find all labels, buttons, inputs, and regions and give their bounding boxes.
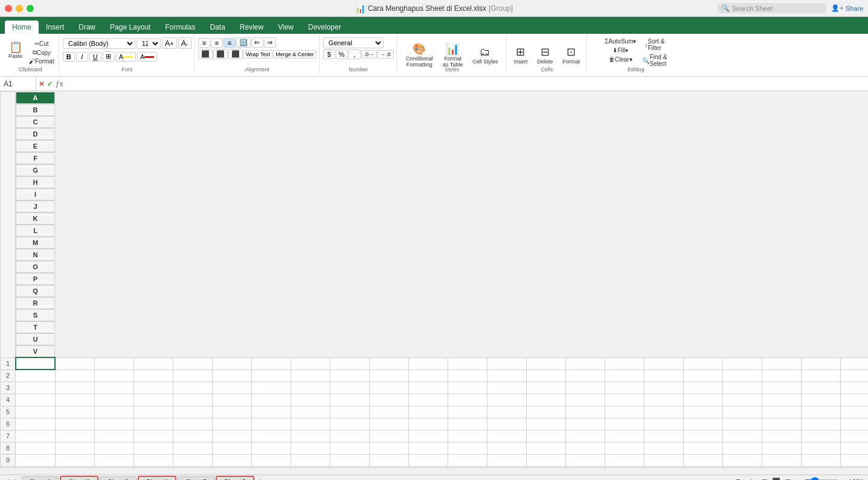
cell[interactable]: [487, 454, 526, 466]
paste-button[interactable]: 📋 Paste: [5, 37, 26, 63]
page-break-view-button[interactable]: ⊟: [783, 477, 792, 480]
search-bar[interactable]: 🔍 Search Sheet: [718, 3, 826, 13]
cell[interactable]: [644, 430, 683, 442]
font-size-selector[interactable]: 12: [137, 38, 161, 49]
cell[interactable]: [565, 394, 605, 406]
normal-view-button[interactable]: ⊞: [760, 477, 769, 480]
cell[interactable]: [683, 394, 722, 406]
cell[interactable]: [722, 406, 762, 418]
cell[interactable]: [605, 442, 644, 454]
cell[interactable]: [291, 370, 330, 382]
cell[interactable]: [722, 430, 762, 442]
cell[interactable]: [722, 454, 762, 466]
cell[interactable]: [291, 382, 330, 394]
sheet-tab-4[interactable]: Sheet4: [138, 476, 176, 481]
cell[interactable]: [55, 370, 94, 382]
cell[interactable]: [526, 370, 565, 382]
cell[interactable]: [683, 418, 722, 430]
page-layout-view-button[interactable]: ⬛: [770, 477, 782, 480]
cell[interactable]: [683, 466, 722, 467]
cell[interactable]: [762, 466, 801, 467]
cell[interactable]: [251, 357, 291, 370]
row-number-2[interactable]: 2: [1, 370, 16, 382]
cell[interactable]: [94, 406, 133, 418]
cell[interactable]: [722, 394, 762, 406]
number-format-selector[interactable]: General: [323, 37, 384, 48]
cell[interactable]: [173, 442, 212, 454]
cell[interactable]: [369, 430, 408, 442]
align-top-right-button[interactable]: ≡: [223, 38, 236, 48]
cell[interactable]: [526, 430, 565, 442]
maximize-button[interactable]: [27, 5, 34, 12]
cell[interactable]: [369, 406, 408, 418]
cell[interactable]: [16, 418, 56, 430]
cell[interactable]: [94, 382, 133, 394]
percent-button[interactable]: %: [336, 50, 348, 59]
tab-page-layout[interactable]: Page Layout: [103, 21, 158, 34]
share-button[interactable]: 👤+ Share: [831, 4, 863, 12]
cell[interactable]: [487, 430, 526, 442]
cell[interactable]: [762, 382, 801, 394]
tab-view[interactable]: View: [271, 21, 301, 34]
cell[interactable]: [369, 370, 408, 382]
cell[interactable]: [55, 357, 94, 370]
cell[interactable]: [173, 454, 212, 466]
cell[interactable]: [94, 357, 133, 370]
cell[interactable]: [55, 466, 94, 467]
cell[interactable]: [94, 442, 133, 454]
cell[interactable]: [133, 357, 173, 370]
cell[interactable]: [133, 406, 173, 418]
align-right-button[interactable]: ⬛: [228, 49, 243, 59]
cell[interactable]: [801, 382, 840, 394]
cell[interactable]: [801, 442, 840, 454]
cell[interactable]: [565, 442, 605, 454]
cell[interactable]: [408, 370, 448, 382]
cell[interactable]: [133, 382, 173, 394]
cell[interactable]: [448, 454, 487, 466]
merge-center-button[interactable]: Merge & Center: [273, 50, 317, 59]
cell[interactable]: [173, 430, 212, 442]
cell[interactable]: [487, 406, 526, 418]
cell[interactable]: [762, 406, 801, 418]
cell[interactable]: [330, 370, 369, 382]
row-number-7[interactable]: 7: [1, 430, 16, 442]
cell[interactable]: [605, 406, 644, 418]
cell[interactable]: [94, 466, 133, 467]
cell[interactable]: [133, 466, 173, 467]
cell[interactable]: [448, 370, 487, 382]
cell[interactable]: [16, 370, 56, 382]
col-header-Q[interactable]: Q: [16, 285, 55, 297]
bold-button[interactable]: B: [63, 52, 75, 62]
cell[interactable]: [212, 430, 251, 442]
cell[interactable]: [840, 418, 868, 430]
cell[interactable]: [644, 466, 683, 467]
cell[interactable]: [683, 430, 722, 442]
cell[interactable]: [565, 454, 605, 466]
indent-decrease-button[interactable]: ⇐: [251, 37, 263, 48]
col-header-K[interactable]: K: [16, 213, 55, 225]
copy-button[interactable]: ⧉ Copy: [27, 48, 56, 57]
zoom-out-button[interactable]: –: [797, 478, 801, 481]
col-header-I[interactable]: I: [16, 188, 55, 200]
cell[interactable]: [212, 406, 251, 418]
col-header-D[interactable]: D: [16, 128, 55, 140]
cell[interactable]: [801, 394, 840, 406]
cell[interactable]: [840, 382, 868, 394]
cell-reference-box[interactable]: A1: [0, 77, 36, 91]
cell[interactable]: [173, 394, 212, 406]
cell[interactable]: [330, 394, 369, 406]
cell[interactable]: [801, 466, 840, 467]
cell[interactable]: [251, 454, 291, 466]
col-header-A[interactable]: A: [16, 92, 55, 104]
cell[interactable]: [487, 370, 526, 382]
cell[interactable]: [762, 370, 801, 382]
increase-decimal-button[interactable]: .0→: [361, 50, 378, 59]
cell[interactable]: [644, 382, 683, 394]
cell[interactable]: [212, 442, 251, 454]
cell[interactable]: [722, 466, 762, 467]
cell[interactable]: [330, 466, 369, 467]
cell[interactable]: [487, 418, 526, 430]
cell[interactable]: [173, 406, 212, 418]
cell[interactable]: [212, 382, 251, 394]
cell[interactable]: [565, 382, 605, 394]
